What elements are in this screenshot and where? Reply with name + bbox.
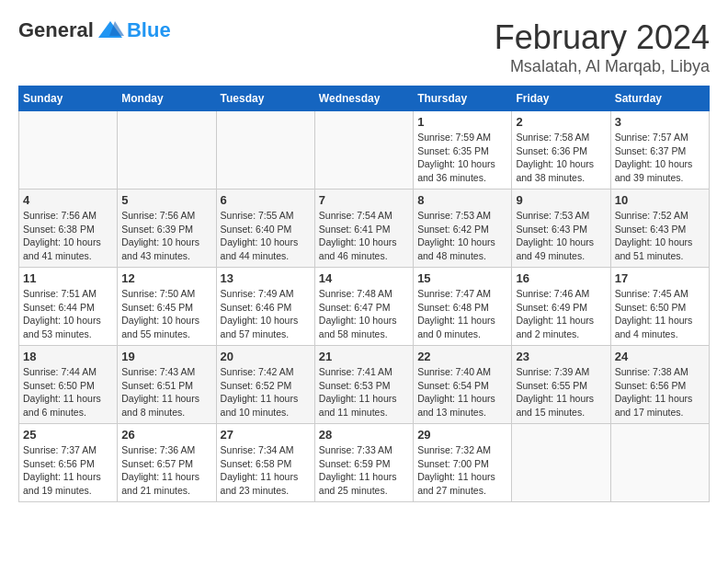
calendar-cell	[19, 111, 118, 190]
calendar-cell: 20Sunrise: 7:42 AM Sunset: 6:52 PM Dayli…	[216, 346, 314, 424]
title-section: February 2024 Msalatah, Al Marqab, Libya	[495, 18, 710, 76]
day-info: Sunrise: 7:50 AM Sunset: 6:45 PM Dayligh…	[121, 287, 211, 341]
day-number: 23	[516, 350, 606, 363]
day-info: Sunrise: 7:52 AM Sunset: 6:43 PM Dayligh…	[615, 209, 705, 263]
day-number: 22	[417, 350, 507, 363]
calendar-cell: 24Sunrise: 7:38 AM Sunset: 6:56 PM Dayli…	[610, 346, 709, 424]
calendar-title: February 2024	[495, 18, 710, 57]
logo-icon	[97, 19, 124, 41]
calendar-cell: 13Sunrise: 7:49 AM Sunset: 6:46 PM Dayli…	[216, 268, 314, 346]
calendar-table: SundayMondayTuesdayWednesdayThursdayFrid…	[18, 86, 710, 502]
day-number: 27	[221, 428, 311, 442]
day-info: Sunrise: 7:32 AM Sunset: 7:00 PM Dayligh…	[417, 443, 507, 498]
day-number: 25	[23, 428, 113, 442]
day-info: Sunrise: 7:56 AM Sunset: 6:38 PM Dayligh…	[23, 209, 113, 263]
calendar-cell: 18Sunrise: 7:44 AM Sunset: 6:50 PM Dayli…	[19, 346, 118, 424]
calendar-week-row: 18Sunrise: 7:44 AM Sunset: 6:50 PM Dayli…	[19, 346, 710, 424]
calendar-cell	[314, 111, 413, 190]
day-info: Sunrise: 7:37 AM Sunset: 6:56 PM Dayligh…	[23, 443, 113, 498]
day-info: Sunrise: 7:53 AM Sunset: 6:42 PM Dayligh…	[417, 209, 507, 263]
day-number: 9	[516, 193, 606, 207]
weekday-header-wednesday: Wednesday	[314, 86, 413, 111]
day-number: 28	[319, 428, 409, 442]
weekday-header-friday: Friday	[512, 86, 610, 111]
day-number: 16	[516, 271, 606, 285]
day-info: Sunrise: 7:46 AM Sunset: 6:49 PM Dayligh…	[516, 287, 606, 341]
calendar-cell: 17Sunrise: 7:45 AM Sunset: 6:50 PM Dayli…	[610, 268, 709, 346]
day-info: Sunrise: 7:33 AM Sunset: 6:59 PM Dayligh…	[319, 443, 409, 498]
day-info: Sunrise: 7:42 AM Sunset: 6:52 PM Dayligh…	[221, 365, 311, 419]
day-number: 8	[417, 193, 507, 207]
day-number: 19	[121, 350, 211, 363]
page-header: General Blue February 2024 Msalatah, Al …	[18, 18, 710, 76]
day-info: Sunrise: 7:43 AM Sunset: 6:51 PM Dayligh…	[121, 365, 211, 419]
day-info: Sunrise: 7:57 AM Sunset: 6:37 PM Dayligh…	[615, 131, 705, 185]
day-number: 12	[121, 271, 211, 285]
day-info: Sunrise: 7:45 AM Sunset: 6:50 PM Dayligh…	[615, 287, 705, 341]
weekday-header-monday: Monday	[118, 86, 216, 111]
calendar-subtitle: Msalatah, Al Marqab, Libya	[495, 57, 710, 76]
calendar-cell: 11Sunrise: 7:51 AM Sunset: 6:44 PM Dayli…	[19, 268, 118, 346]
day-number: 1	[417, 115, 507, 129]
day-info: Sunrise: 7:56 AM Sunset: 6:39 PM Dayligh…	[121, 209, 211, 263]
calendar-cell: 7Sunrise: 7:54 AM Sunset: 6:41 PM Daylig…	[314, 190, 413, 268]
weekday-header-thursday: Thursday	[414, 86, 512, 111]
day-number: 7	[319, 193, 409, 207]
calendar-cell: 2Sunrise: 7:58 AM Sunset: 6:36 PM Daylig…	[512, 111, 610, 190]
calendar-cell: 8Sunrise: 7:53 AM Sunset: 6:42 PM Daylig…	[414, 190, 512, 268]
day-info: Sunrise: 7:58 AM Sunset: 6:36 PM Dayligh…	[516, 131, 606, 185]
day-info: Sunrise: 7:51 AM Sunset: 6:44 PM Dayligh…	[23, 287, 113, 341]
day-info: Sunrise: 7:54 AM Sunset: 6:41 PM Dayligh…	[319, 209, 409, 263]
calendar-week-row: 11Sunrise: 7:51 AM Sunset: 6:44 PM Dayli…	[19, 268, 710, 346]
calendar-cell: 5Sunrise: 7:56 AM Sunset: 6:39 PM Daylig…	[118, 190, 216, 268]
calendar-cell	[216, 111, 314, 190]
day-number: 26	[121, 428, 211, 442]
calendar-cell: 4Sunrise: 7:56 AM Sunset: 6:38 PM Daylig…	[19, 190, 118, 268]
day-info: Sunrise: 7:39 AM Sunset: 6:55 PM Dayligh…	[516, 365, 606, 419]
calendar-cell	[118, 111, 216, 190]
calendar-cell: 29Sunrise: 7:32 AM Sunset: 7:00 PM Dayli…	[414, 424, 512, 502]
calendar-cell: 14Sunrise: 7:48 AM Sunset: 6:47 PM Dayli…	[314, 268, 413, 346]
day-number: 10	[615, 193, 705, 207]
day-info: Sunrise: 7:59 AM Sunset: 6:35 PM Dayligh…	[417, 131, 507, 185]
calendar-cell: 10Sunrise: 7:52 AM Sunset: 6:43 PM Dayli…	[610, 190, 709, 268]
calendar-cell	[610, 424, 709, 502]
calendar-cell: 23Sunrise: 7:39 AM Sunset: 6:55 PM Dayli…	[512, 346, 610, 424]
logo-general-text: General	[18, 18, 94, 42]
calendar-week-row: 4Sunrise: 7:56 AM Sunset: 6:38 PM Daylig…	[19, 190, 710, 268]
day-info: Sunrise: 7:55 AM Sunset: 6:40 PM Dayligh…	[221, 209, 311, 263]
logo: General Blue	[18, 18, 171, 42]
day-info: Sunrise: 7:48 AM Sunset: 6:47 PM Dayligh…	[319, 287, 409, 341]
calendar-cell: 19Sunrise: 7:43 AM Sunset: 6:51 PM Dayli…	[118, 346, 216, 424]
calendar-cell: 25Sunrise: 7:37 AM Sunset: 6:56 PM Dayli…	[19, 424, 118, 502]
day-number: 3	[615, 115, 705, 129]
day-number: 17	[615, 271, 705, 285]
calendar-cell: 22Sunrise: 7:40 AM Sunset: 6:54 PM Dayli…	[414, 346, 512, 424]
calendar-cell: 16Sunrise: 7:46 AM Sunset: 6:49 PM Dayli…	[512, 268, 610, 346]
calendar-cell: 1Sunrise: 7:59 AM Sunset: 6:35 PM Daylig…	[414, 111, 512, 190]
day-info: Sunrise: 7:44 AM Sunset: 6:50 PM Dayligh…	[23, 365, 113, 419]
calendar-cell: 12Sunrise: 7:50 AM Sunset: 6:45 PM Dayli…	[118, 268, 216, 346]
day-number: 13	[221, 271, 311, 285]
calendar-week-row: 1Sunrise: 7:59 AM Sunset: 6:35 PM Daylig…	[19, 111, 710, 190]
day-number: 14	[319, 271, 409, 285]
day-number: 20	[221, 350, 311, 363]
day-number: 15	[417, 271, 507, 285]
calendar-cell: 21Sunrise: 7:41 AM Sunset: 6:53 PM Dayli…	[314, 346, 413, 424]
calendar-cell: 9Sunrise: 7:53 AM Sunset: 6:43 PM Daylig…	[512, 190, 610, 268]
calendar-cell	[512, 424, 610, 502]
day-number: 6	[221, 193, 311, 207]
day-info: Sunrise: 7:38 AM Sunset: 6:56 PM Dayligh…	[615, 365, 705, 419]
weekday-header-saturday: Saturday	[610, 86, 709, 111]
weekday-header-row: SundayMondayTuesdayWednesdayThursdayFrid…	[19, 86, 710, 111]
logo-blue-text: Blue	[127, 18, 171, 42]
calendar-cell: 3Sunrise: 7:57 AM Sunset: 6:37 PM Daylig…	[610, 111, 709, 190]
day-info: Sunrise: 7:34 AM Sunset: 6:58 PM Dayligh…	[221, 443, 311, 498]
calendar-cell: 27Sunrise: 7:34 AM Sunset: 6:58 PM Dayli…	[216, 424, 314, 502]
day-info: Sunrise: 7:36 AM Sunset: 6:57 PM Dayligh…	[121, 443, 211, 498]
day-info: Sunrise: 7:49 AM Sunset: 6:46 PM Dayligh…	[221, 287, 311, 341]
weekday-header-sunday: Sunday	[19, 86, 118, 111]
day-number: 24	[615, 350, 705, 363]
calendar-week-row: 25Sunrise: 7:37 AM Sunset: 6:56 PM Dayli…	[19, 424, 710, 502]
day-number: 29	[417, 428, 507, 442]
